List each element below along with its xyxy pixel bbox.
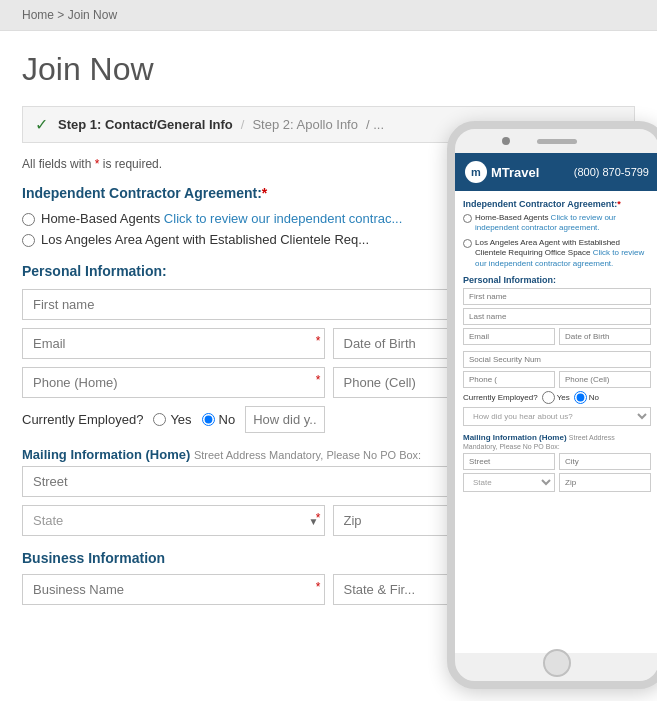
phone-home-star: * (316, 373, 321, 387)
business-name-field: * (22, 574, 325, 605)
phone-screen: m MTravel (800) 870-5799 Independent Con… (455, 153, 657, 653)
phone-dob-input[interactable] (559, 328, 651, 345)
email-input[interactable] (22, 328, 325, 359)
phone-home-input[interactable] (22, 367, 325, 398)
phone-street-input[interactable] (463, 453, 555, 470)
phone-option1: Home-Based Agents Click to review our in… (463, 213, 651, 234)
employed-yes-radio[interactable] (153, 413, 166, 426)
page-title: Join Now (22, 51, 635, 88)
phone-lastname-input[interactable] (463, 308, 651, 325)
email-field: * (22, 328, 325, 359)
phone-body: Independent Contractor Agreement:* Home-… (455, 191, 657, 503)
phone-email-input[interactable] (463, 328, 555, 345)
phone-mockup: m MTravel (800) 870-5799 Independent Con… (447, 121, 657, 689)
phone-street-city-row (463, 453, 651, 470)
phone-zip-input[interactable] (559, 473, 651, 492)
phone-contractor-title: Independent Contractor Agreement:* (463, 199, 651, 209)
step2-extra: / ... (366, 117, 384, 132)
phone-yes-label: Yes (542, 391, 570, 404)
phone-phone-cell-input[interactable] (559, 371, 651, 388)
employed-yes-label: Yes (153, 412, 191, 427)
phone-speaker (537, 139, 577, 144)
state-field: State CA NY TX FL ▼ * (22, 505, 325, 536)
contractor-link1[interactable]: Click to review our independent contrac.… (164, 211, 402, 226)
business-name-input[interactable] (22, 574, 325, 605)
phone-no-label: No (574, 391, 599, 404)
required-star: * (95, 157, 100, 171)
email-star: * (316, 334, 321, 348)
phone-how-select[interactable]: How did you hear about us? (463, 407, 651, 426)
phone-number: (800) 870-5799 (574, 166, 649, 178)
phone-mailing-title: Mailing Information (Home) Street Addres… (463, 433, 651, 451)
breadcrumb: Home > Join Now (0, 0, 657, 31)
contractor-radio1[interactable] (22, 213, 35, 226)
breadcrumb-home: Home (22, 8, 54, 22)
phone-employed-row: Currently Employed? Yes No (463, 391, 651, 404)
phone-camera-icon (502, 137, 510, 145)
business-star: * (316, 580, 321, 594)
phone-radio2[interactable] (463, 239, 472, 248)
phone-option2: Los Angeles Area Agent with Established … (463, 238, 651, 269)
phone-phone-home-input[interactable] (463, 371, 555, 388)
phone-home-button[interactable] (543, 649, 571, 677)
step1-label: Step 1: Contact/General Info (58, 117, 233, 132)
how-did-you-hear-input[interactable] (245, 406, 325, 433)
step1-check-icon: ✓ (35, 115, 48, 134)
state-select[interactable]: State CA NY TX FL (22, 505, 325, 536)
phone-header: m MTravel (800) 870-5799 (455, 153, 657, 191)
phone-personal-title: Personal Information: (463, 275, 651, 285)
contractor-radio2[interactable] (22, 234, 35, 247)
phone-no-radio[interactable] (574, 391, 587, 404)
phone-email-dob-row (463, 328, 651, 345)
phone-yes-radio[interactable] (542, 391, 555, 404)
breadcrumb-separator: > (57, 8, 64, 22)
employed-no-radio[interactable] (202, 413, 215, 426)
phone-brand: MTravel (491, 165, 539, 180)
mailing-note: Street Address Mandatory, Please No PO B… (194, 449, 421, 461)
phone-phone-row (463, 371, 651, 388)
mtravel-logo-icon: m (465, 161, 487, 183)
state-star: * (316, 511, 321, 525)
step-divider: / (241, 117, 245, 132)
phone-logo: m MTravel (465, 161, 539, 183)
phone-state-select[interactable]: State (463, 473, 555, 492)
main-content: Join Now ✓ Step 1: Contact/General Info … (0, 31, 657, 701)
employed-no-label: No (202, 412, 236, 427)
breadcrumb-current: Join Now (68, 8, 117, 22)
phone-ssn-input[interactable] (463, 351, 651, 368)
phone-city-input[interactable] (559, 453, 651, 470)
phone-radio1[interactable] (463, 214, 472, 223)
phone-state-zip-row: State (463, 473, 651, 492)
employed-label: Currently Employed? (22, 412, 143, 427)
phone-firstname-input[interactable] (463, 288, 651, 305)
step2-label: Step 2: Apollo Info (252, 117, 358, 132)
phone-home-field: * (22, 367, 325, 398)
